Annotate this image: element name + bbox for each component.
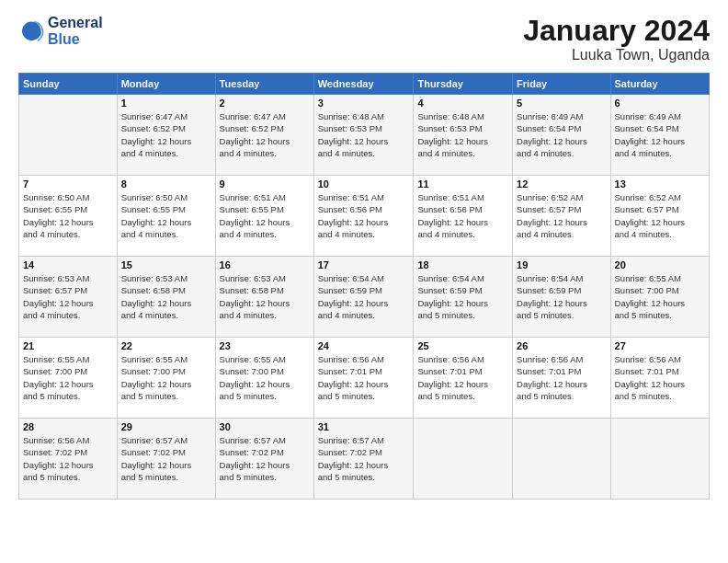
day-cell: 28Sunrise: 6:56 AM Sunset: 7:02 PM Dayli… [19, 419, 118, 500]
day-info: Sunrise: 6:56 AM Sunset: 7:02 PM Dayligh… [23, 434, 113, 483]
day-info: Sunrise: 6:55 AM Sunset: 7:00 PM Dayligh… [121, 353, 211, 402]
day-info: Sunrise: 6:49 AM Sunset: 6:54 PM Dayligh… [615, 110, 705, 159]
day-cell: 7Sunrise: 6:50 AM Sunset: 6:55 PM Daylig… [19, 176, 118, 257]
day-cell [610, 419, 709, 500]
day-number: 12 [517, 178, 606, 190]
day-info: Sunrise: 6:51 AM Sunset: 6:56 PM Dayligh… [318, 191, 410, 240]
day-info: Sunrise: 6:54 AM Sunset: 6:59 PM Dayligh… [318, 272, 410, 321]
day-number: 9 [220, 178, 310, 190]
day-info: Sunrise: 6:50 AM Sunset: 6:55 PM Dayligh… [121, 191, 211, 240]
day-info: Sunrise: 6:53 AM Sunset: 6:58 PM Dayligh… [220, 272, 310, 321]
day-cell: 22Sunrise: 6:55 AM Sunset: 7:00 PM Dayli… [117, 338, 215, 419]
header-cell-wednesday: Wednesday [313, 74, 414, 95]
day-info: Sunrise: 6:48 AM Sunset: 6:53 PM Dayligh… [417, 110, 508, 159]
day-number: 31 [318, 421, 410, 432]
day-cell: 4Sunrise: 6:48 AM Sunset: 6:53 PM Daylig… [414, 95, 513, 176]
day-number: 26 [517, 340, 606, 351]
day-number: 4 [417, 98, 508, 109]
day-cell: 25Sunrise: 6:56 AM Sunset: 7:01 PM Dayli… [414, 338, 513, 419]
day-info: Sunrise: 6:52 AM Sunset: 6:57 PM Dayligh… [615, 191, 705, 240]
day-number: 17 [318, 259, 410, 270]
day-info: Sunrise: 6:55 AM Sunset: 7:00 PM Dayligh… [220, 353, 310, 402]
day-number: 29 [121, 421, 211, 432]
day-cell: 10Sunrise: 6:51 AM Sunset: 6:56 PM Dayli… [313, 176, 414, 257]
logo: General Blue [18, 15, 103, 47]
day-number: 28 [23, 421, 113, 432]
day-number: 14 [23, 259, 113, 270]
day-info: Sunrise: 6:56 AM Sunset: 7:01 PM Dayligh… [417, 353, 508, 402]
day-cell: 5Sunrise: 6:49 AM Sunset: 6:54 PM Daylig… [513, 95, 610, 176]
day-info: Sunrise: 6:50 AM Sunset: 6:55 PM Dayligh… [23, 191, 113, 240]
calendar-subtitle: Luuka Town, Uganda [523, 47, 710, 63]
header: General Blue January 2024 Luuka Town, Ug… [18, 15, 710, 63]
day-info: Sunrise: 6:51 AM Sunset: 6:56 PM Dayligh… [417, 191, 508, 240]
day-number: 3 [318, 98, 410, 109]
header-cell-thursday: Thursday [414, 74, 513, 95]
day-cell [414, 419, 513, 500]
day-cell: 17Sunrise: 6:54 AM Sunset: 6:59 PM Dayli… [313, 257, 414, 338]
day-number: 30 [220, 421, 310, 432]
day-number: 23 [220, 340, 310, 351]
day-info: Sunrise: 6:56 AM Sunset: 7:01 PM Dayligh… [615, 353, 705, 402]
day-number: 24 [318, 340, 410, 351]
calendar-page: General Blue January 2024 Luuka Town, Ug… [0, 0, 728, 563]
day-cell [19, 95, 118, 176]
day-number: 22 [121, 340, 211, 351]
day-number: 19 [517, 259, 606, 270]
day-cell: 21Sunrise: 6:55 AM Sunset: 7:00 PM Dayli… [19, 338, 118, 419]
day-cell: 1Sunrise: 6:47 AM Sunset: 6:52 PM Daylig… [117, 95, 215, 176]
day-cell: 16Sunrise: 6:53 AM Sunset: 6:58 PM Dayli… [215, 257, 313, 338]
day-cell: 24Sunrise: 6:56 AM Sunset: 7:01 PM Dayli… [313, 338, 414, 419]
calendar-table: SundayMondayTuesdayWednesdayThursdayFrid… [18, 73, 710, 500]
day-number: 25 [417, 340, 508, 351]
day-number: 20 [615, 259, 705, 270]
header-cell-monday: Monday [117, 74, 215, 95]
day-cell: 29Sunrise: 6:57 AM Sunset: 7:02 PM Dayli… [117, 419, 215, 500]
day-number: 8 [121, 178, 211, 190]
day-cell: 19Sunrise: 6:54 AM Sunset: 6:59 PM Dayli… [513, 257, 610, 338]
day-number: 21 [23, 340, 113, 351]
day-number: 1 [121, 98, 211, 109]
day-cell: 15Sunrise: 6:53 AM Sunset: 6:58 PM Dayli… [117, 257, 215, 338]
header-cell-friday: Friday [513, 74, 610, 95]
day-info: Sunrise: 6:54 AM Sunset: 6:59 PM Dayligh… [517, 272, 606, 321]
day-number: 11 [417, 178, 508, 190]
day-cell: 3Sunrise: 6:48 AM Sunset: 6:53 PM Daylig… [313, 95, 414, 176]
day-info: Sunrise: 6:57 AM Sunset: 7:02 PM Dayligh… [220, 434, 310, 483]
day-cell: 30Sunrise: 6:57 AM Sunset: 7:02 PM Dayli… [215, 419, 313, 500]
day-number: 6 [615, 98, 705, 109]
day-cell: 12Sunrise: 6:52 AM Sunset: 6:57 PM Dayli… [513, 176, 610, 257]
header-cell-sunday: Sunday [19, 74, 118, 95]
day-cell: 11Sunrise: 6:51 AM Sunset: 6:56 PM Dayli… [414, 176, 513, 257]
day-number: 16 [220, 259, 310, 270]
day-cell: 6Sunrise: 6:49 AM Sunset: 6:54 PM Daylig… [610, 95, 709, 176]
week-row-1: 1Sunrise: 6:47 AM Sunset: 6:52 PM Daylig… [19, 95, 710, 176]
day-number: 15 [121, 259, 211, 270]
day-cell: 2Sunrise: 6:47 AM Sunset: 6:52 PM Daylig… [215, 95, 313, 176]
week-row-3: 14Sunrise: 6:53 AM Sunset: 6:57 PM Dayli… [19, 257, 710, 338]
day-cell: 31Sunrise: 6:57 AM Sunset: 7:02 PM Dayli… [313, 419, 414, 500]
day-cell: 20Sunrise: 6:55 AM Sunset: 7:00 PM Dayli… [610, 257, 709, 338]
day-cell: 8Sunrise: 6:50 AM Sunset: 6:55 PM Daylig… [117, 176, 215, 257]
day-number: 13 [615, 178, 705, 190]
day-info: Sunrise: 6:48 AM Sunset: 6:53 PM Dayligh… [318, 110, 410, 159]
week-row-2: 7Sunrise: 6:50 AM Sunset: 6:55 PM Daylig… [19, 176, 710, 257]
day-number: 5 [517, 98, 606, 109]
day-number: 7 [23, 178, 113, 190]
day-cell: 13Sunrise: 6:52 AM Sunset: 6:57 PM Dayli… [610, 176, 709, 257]
day-info: Sunrise: 6:57 AM Sunset: 7:02 PM Dayligh… [121, 434, 211, 483]
day-info: Sunrise: 6:47 AM Sunset: 6:52 PM Dayligh… [220, 110, 310, 159]
day-info: Sunrise: 6:55 AM Sunset: 7:00 PM Dayligh… [615, 272, 705, 321]
day-info: Sunrise: 6:56 AM Sunset: 7:01 PM Dayligh… [517, 353, 606, 402]
day-cell [513, 419, 610, 500]
header-row: SundayMondayTuesdayWednesdayThursdayFrid… [19, 74, 710, 95]
day-info: Sunrise: 6:57 AM Sunset: 7:02 PM Dayligh… [318, 434, 410, 483]
day-number: 2 [220, 98, 310, 109]
day-number: 10 [318, 178, 410, 190]
week-row-4: 21Sunrise: 6:55 AM Sunset: 7:00 PM Dayli… [19, 338, 710, 419]
day-cell: 14Sunrise: 6:53 AM Sunset: 6:57 PM Dayli… [19, 257, 118, 338]
day-number: 18 [417, 259, 508, 270]
calendar-title: January 2024 [523, 15, 710, 47]
header-cell-saturday: Saturday [610, 74, 709, 95]
day-info: Sunrise: 6:49 AM Sunset: 6:54 PM Dayligh… [517, 110, 606, 159]
